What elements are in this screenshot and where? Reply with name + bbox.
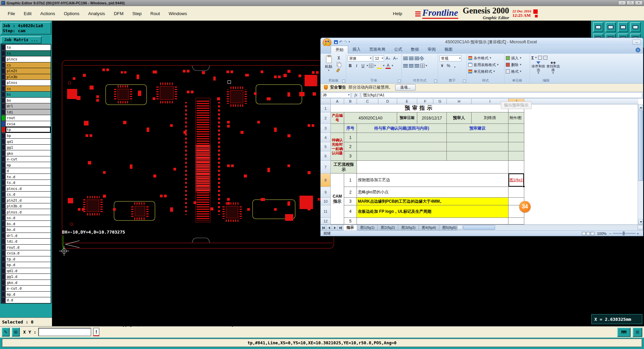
menu-help[interactable]: Help [388,10,407,17]
fill-icon[interactable] [538,56,542,60]
zoom-slider[interactable]: − + [609,232,639,236]
cell-sheet-title[interactable]: 预审指示 [331,104,508,112]
row-header[interactable]: 9 [321,187,331,198]
layer-row-gko.d[interactable]: gko.d [1,280,51,286]
row-header[interactable]: 12 [321,218,331,225]
cell-reviewer-label[interactable]: 预审人 [447,112,472,124]
align-center-icon[interactable] [409,64,414,68]
cell[interactable] [447,142,508,151]
layer-visibility-box[interactable] [1,186,5,191]
layer-row-pln2t[interactable]: pln2t [1,68,51,74]
maximize-icon[interactable]: □ [627,1,634,5]
formula-input[interactable]: '图1(fig1)'!A1 [361,92,642,98]
cell[interactable] [508,142,524,151]
ribbon-tab-开始[interactable]: 开始 [331,46,348,54]
borders-icon[interactable] [369,64,373,68]
merge-center-icon[interactable] [420,64,425,68]
zoom-level[interactable]: 100% [597,232,606,236]
format-cells-button[interactable]: 格式▾ [506,68,528,75]
layer-visibility-box[interactable] [1,280,5,286]
cell[interactable] [447,133,508,142]
cell-item-1[interactable]: 按附图添加工艺边 [357,173,508,187]
job-matrix-button[interactable]: Job Matrix ... [1,36,42,44]
cell[interactable] [508,187,524,198]
currency-icon[interactable]: ¥ [439,63,445,69]
row-header[interactable]: 7 [321,161,331,173]
layer-row-drl[interactable]: drl [1,103,51,109]
cell-reviewer-value[interactable]: 刘炜强 [472,112,508,124]
pencil-tool-button[interactable]: ✎ [2,328,10,337]
cell[interactable]: 3 [344,151,357,161]
cell[interactable] [508,218,524,225]
spreadsheet-area[interactable]: ABCDEFGHIJ 1 预审指示 2 产品编号 4S0020C1A0 预审日期… [321,99,643,225]
layer-row-mp.d[interactable]: mp.d [1,292,51,297]
cell-advice-header[interactable]: 预审建议 [447,124,508,133]
layer-visibility-box[interactable] [1,86,5,92]
row-header[interactable]: 5 [321,142,331,151]
column-header-H[interactable]: H [447,99,472,104]
column-header-C[interactable]: C [357,99,378,104]
layer-row-plnss[interactable]: plnss [1,80,51,86]
dialog-launcher-icon[interactable] [463,80,466,83]
horizontal-scrollbar[interactable] [457,225,643,231]
scroll-up-icon[interactable] [638,105,643,110]
security-options-button[interactable]: 选项... [395,84,416,91]
font-name-select[interactable]: 宋体▾ [347,55,372,61]
layer-visibility-box[interactable] [1,292,5,297]
view-tool-button-3[interactable] [618,22,628,32]
cell-attach-label[interactable]: 附件/图 [508,112,524,124]
align-left-icon[interactable] [403,64,408,68]
sheet-tab-指示[interactable]: 指示 [343,225,357,231]
layer-visibility-box[interactable] [1,168,5,174]
row-header[interactable]: 4 [321,133,331,142]
layer-visibility-box[interactable] [1,133,5,139]
sheet-tab-图1(fig1)[interactable]: 图1(fig1) [357,225,378,231]
layer-visibility-box[interactable] [1,297,5,303]
sheet-tab-图5(fig5)[interactable]: 图5(fig5) [439,225,457,231]
fill-color-icon[interactable] [377,63,382,69]
grid-toggle-button[interactable]: ⊞ [633,328,642,337]
layer-row-rout.d[interactable]: rout.d [1,245,51,250]
close-icon[interactable]: × [635,1,643,5]
layer-visibility-box[interactable] [1,239,5,244]
next-sheet-button[interactable] [332,225,338,231]
layer-visibility-box[interactable] [1,180,5,186]
layer-row-gg1.d[interactable]: gg1.d [1,274,51,280]
cell[interactable]: 1 [344,173,357,187]
layer-visibility-box[interactable] [1,51,5,56]
scroll-right-icon[interactable] [638,225,643,230]
save-icon[interactable] [334,40,338,44]
sheet-tab-图4(fig4)[interactable]: 图4(fig4) [419,225,439,231]
layer-visibility-box[interactable] [1,80,5,86]
layer-row-ss[interactable]: ss [1,86,51,92]
layer-row-qd1[interactable]: qd1 [1,139,51,144]
scroll-down-icon[interactable] [638,219,643,224]
cell-date-label[interactable]: 预审日期 [397,112,417,124]
view-tool-button-1[interactable] [593,22,603,32]
help-icon[interactable] [636,48,640,52]
menu-edit[interactable]: Edit [19,10,36,17]
ribbon-tab-数据[interactable]: 数据 [407,46,423,54]
layer-row-pln3b.d[interactable]: pln3b.d [1,203,51,209]
cell[interactable] [508,161,524,173]
underline-button[interactable]: U [360,63,366,69]
menu-analysis[interactable]: Analysis [84,10,109,17]
fig1-link[interactable]: 图1(fig1) [509,178,524,183]
cell-question-header[interactable]: 待与客户确认问题(原因与内容) [357,124,447,133]
ribbon-tab-插入[interactable]: 插入 [348,46,365,54]
layer-row-rout[interactable]: rout [1,115,51,121]
cell[interactable] [447,151,508,161]
layer-row-drl.d[interactable]: drl.d [1,233,51,239]
layer-row-mp[interactable]: mp [1,162,51,168]
dialog-launcher-icon[interactable] [398,80,401,83]
layer-visibility-box[interactable] [1,233,5,239]
cell[interactable] [357,133,447,142]
menu-rout[interactable]: Rout [146,10,164,17]
row-header[interactable]: 6 [321,151,331,161]
layer-visibility-box[interactable] [1,192,5,197]
column-header-B[interactable]: B [344,99,357,104]
layer-row-cvia[interactable]: cvia [1,121,51,127]
layer-visibility-box[interactable] [1,215,5,221]
layer-visibility-box[interactable] [1,92,5,97]
layer-row-pln3b[interactable]: pln3b [1,74,51,80]
